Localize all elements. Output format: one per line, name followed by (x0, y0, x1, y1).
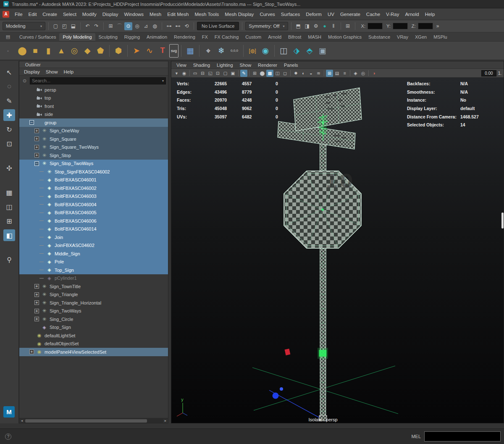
viewport-menu-view[interactable]: View (173, 62, 190, 68)
panel-splitter-handle[interactable] (501, 213, 504, 229)
redo-icon[interactable]: ↷ (92, 22, 100, 30)
combine-icon[interactable]: ⬗ (290, 44, 303, 58)
scrollbar-thumb[interactable] (25, 419, 147, 423)
snap-plane-icon[interactable]: ⊿ (142, 22, 150, 30)
outliner-item-sign-oneway[interactable]: +✳Sign_OneWay (19, 127, 168, 135)
menu-modify[interactable]: Modify (79, 10, 100, 18)
outliner-item-boltfbxasc046002[interactable]: ◈BoltFBXASC046002 (19, 184, 168, 192)
shelf-tab-msplu[interactable]: MSPlu (430, 33, 450, 41)
outliner-item-boltfbxasc046006[interactable]: ◈BoltFBXASC046006 (19, 217, 168, 225)
outliner-item-sign-triangle-horizontal[interactable]: +✳Sign_Triangle_Horizontal (19, 299, 168, 307)
shelf-tab-custom[interactable]: Custom (242, 33, 265, 41)
safe-action-icon[interactable]: ▢ (222, 70, 229, 77)
make-live-icon[interactable]: ◍ (151, 22, 159, 30)
expand-icon[interactable]: + (34, 145, 39, 150)
menu-edit[interactable]: Edit (26, 10, 40, 18)
menu-display[interactable]: Display (100, 10, 121, 18)
lasso-tool-icon[interactable]: ◌ (3, 81, 15, 92)
outliner-menu-display[interactable]: Display (21, 68, 43, 76)
poly-sphere-icon[interactable]: ⬤ (16, 44, 29, 58)
menu-cache[interactable]: Cache (363, 10, 383, 18)
expand-icon[interactable]: + (34, 137, 39, 141)
outliner-item-join[interactable]: ◈Join (19, 233, 168, 242)
status-line-expand-icon[interactable]: » (434, 22, 442, 30)
lighting-icon[interactable]: ✹ (292, 70, 299, 77)
menu-v-ray[interactable]: V-Ray (383, 10, 402, 18)
field-chart-icon[interactable]: ⊡ (214, 70, 221, 77)
shelf-tab-rendering[interactable]: Rendering (171, 33, 199, 41)
shelf-menu-icon[interactable]: ▤ (0, 34, 16, 39)
poly-torus-icon[interactable]: ◎ (68, 44, 81, 58)
resolution-gate-icon[interactable]: ⊟ (199, 70, 206, 77)
center-pivot-icon[interactable]: ⌖ (202, 44, 215, 58)
outliner-item-sign-towntitle[interactable]: +✳Sign_TownTitle (19, 282, 168, 291)
menu-curves[interactable]: Curves (257, 10, 278, 18)
zero-transform-icon[interactable]: 0,0,0 (228, 44, 241, 58)
outliner-menu-help[interactable]: Help (61, 68, 77, 76)
shelf-options-icon[interactable]: ◦ (0, 48, 16, 53)
exposure-value[interactable]: 0.00 (481, 70, 496, 76)
menu-generate[interactable]: Generate (337, 10, 363, 18)
expand-icon[interactable]: + (34, 153, 39, 158)
viewport-menu-lighting[interactable]: Lighting (213, 62, 236, 68)
mel-command-input[interactable] (424, 431, 501, 441)
shelf-tab-fx[interactable]: FX (199, 33, 211, 41)
shelf-tab-poly-modeling[interactable]: Poly Modeling (59, 33, 95, 41)
undo-icon[interactable]: ↶ (84, 22, 92, 30)
type-tool-icon[interactable]: T (156, 44, 169, 58)
rig-pose-icon[interactable]: ✣ (3, 162, 15, 174)
outliner-item-pole[interactable]: ◈Pole (19, 258, 168, 266)
paint-select-tool-icon[interactable]: ✎ (3, 95, 15, 107)
shaded-mode-icon[interactable]: ⬤ (259, 70, 266, 77)
grid-display-icon[interactable]: ⊞ (326, 70, 333, 77)
svg-tool-icon[interactable]: svg (169, 44, 178, 58)
outliner-menu-show[interactable]: Show (43, 68, 61, 76)
outliner-item-side[interactable]: side (19, 110, 168, 119)
snap-together-icon[interactable]: ❄ (215, 44, 228, 58)
select-tool-icon[interactable]: ↖ (3, 66, 15, 78)
outliner-item-sign-square-twoways[interactable]: +✳Sign_Square_TwoWays (19, 143, 168, 152)
outliner-item-group[interactable]: −group (19, 118, 168, 127)
arnold-ipr-icon[interactable]: ● (321, 22, 329, 30)
menu-help[interactable]: Help (422, 10, 438, 18)
new-scene-icon[interactable]: ▢ (52, 22, 60, 30)
input-connections-icon[interactable]: ⊶ (165, 22, 173, 30)
mirror-geometry-icon[interactable]: ◫ (277, 44, 290, 58)
poly-pyramid-icon[interactable]: ⬟ (94, 44, 107, 58)
expand-icon[interactable]: + (34, 129, 39, 133)
layout-two-pane-icon[interactable]: ◫ (3, 201, 15, 213)
viewport-menu-panels[interactable]: Panels (281, 62, 302, 68)
outliner-item-boltfbxasc046014[interactable]: ◈BoltFBXASC046014 (19, 225, 168, 234)
outliner-item-defaultlightset[interactable]: ◉defaultLightSet (19, 331, 168, 340)
stereo-icon[interactable]: ◎ (360, 70, 367, 77)
shelf-tab-curves-surfaces[interactable]: Curves / Surfaces (16, 33, 59, 41)
uv-editor-icon[interactable]: ▦ (184, 44, 197, 58)
history-toggle-icon[interactable]: ⟲ (183, 22, 191, 30)
shelf-tab-bifrost[interactable]: Bifrost (285, 33, 304, 41)
save-scene-icon[interactable]: ⬓ (69, 22, 77, 30)
snap-curve-icon[interactable]: ⌒ (116, 22, 123, 30)
chevron-down-icon[interactable]: ▾ (162, 79, 164, 83)
outliner-item-middle-sign[interactable]: ◈Middle_Sign (19, 250, 168, 258)
pause-viewport-icon[interactable]: ‖ (330, 22, 338, 30)
filter-icon[interactable]: ⊙ (21, 78, 28, 84)
shelf-tab-rigging[interactable]: Rigging (121, 33, 143, 41)
zoom-tool-icon[interactable]: ⚲ (3, 254, 15, 265)
curve-tool-icon[interactable]: ➤ (130, 44, 143, 58)
outliner-item-defaultobjectset[interactable]: ◉defaultObjectSet (19, 340, 168, 348)
menu-file[interactable]: File (12, 10, 26, 18)
layout-outliner-pane-icon[interactable]: ◧ (3, 229, 15, 241)
symmetry-selector[interactable]: Symmetry: Off ▾ (245, 22, 288, 30)
shelf-tab-sculpting[interactable]: Sculpting (95, 33, 121, 41)
isolate-select-icon[interactable]: ✎ (240, 70, 247, 77)
poly-cylinder-icon[interactable]: ▮ (42, 44, 55, 58)
exposure-icon[interactable]: ◑ (370, 70, 378, 77)
viewport-menu-renderer[interactable]: Renderer (255, 62, 281, 68)
expand-icon[interactable]: + (34, 309, 39, 313)
outliner-item-pcylinder1[interactable]: ◈pCylinder1 (19, 274, 168, 283)
outliner-item-boltfbxasc046001[interactable]: ◈BoltFBXASC046001 (19, 176, 168, 184)
hud-display-icon[interactable]: ▤ (333, 70, 341, 77)
gate-mask-icon[interactable]: ◱ (207, 70, 214, 77)
expand-icon[interactable]: + (34, 284, 39, 289)
menu-mesh[interactable]: Mesh (147, 10, 164, 18)
